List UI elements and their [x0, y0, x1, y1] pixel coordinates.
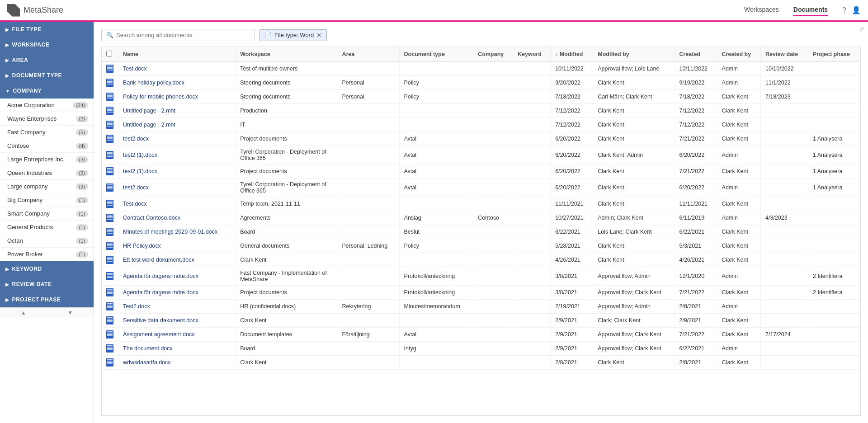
table-row[interactable]: Agenda för dagens möte.docx Fast Company…: [102, 267, 860, 286]
row-name[interactable]: Bank holiday policy.docx: [118, 76, 236, 90]
sidebar-item-company[interactable]: Power Broker(1): [0, 248, 94, 261]
doc-name-link[interactable]: Policy for mobile phones.docx: [123, 94, 231, 100]
table-row[interactable]: Test.docx Test of multiple owners 10/11/…: [102, 62, 860, 76]
row-name[interactable]: test2 (1).docx: [118, 146, 236, 164]
table-row[interactable]: Policy for mobile phones.docx Steering d…: [102, 90, 860, 104]
expand-icon[interactable]: ⇗: [859, 25, 864, 33]
row-name[interactable]: Sensitive data dakument.docx: [118, 314, 236, 328]
col-header-review-date[interactable]: Review date: [760, 47, 808, 62]
row-name[interactable]: HR Policy.docx: [118, 239, 236, 253]
sidebar-item-company[interactable]: General Products(1): [0, 221, 94, 234]
table-row[interactable]: Ett test word dokument.docx Clark Kent 4…: [102, 253, 860, 267]
doc-name-link[interactable]: Test.docx: [123, 201, 231, 207]
doc-name-link[interactable]: The document.docx: [123, 345, 231, 352]
sidebar-scroll-up[interactable]: ▲: [0, 308, 47, 318]
doc-name-link[interactable]: Contract Contoso.docx: [123, 215, 231, 221]
help-icon[interactable]: ?: [842, 6, 846, 14]
table-row[interactable]: Test2.docx HR (confidential docs) Rekryt…: [102, 300, 860, 314]
col-header-company[interactable]: Company: [473, 47, 513, 62]
doc-name-link[interactable]: test2 (1).docx: [123, 152, 231, 158]
sidebar-item-company[interactable]: Large Entreprices Inc.(3): [0, 153, 94, 166]
sidebar-item-company[interactable]: Smart Company(1): [0, 207, 94, 221]
sidebar-section-company[interactable]: ▼ COMPANY: [0, 83, 94, 99]
col-header-name[interactable]: Name: [118, 47, 236, 62]
col-header-modified-by[interactable]: Modified by: [593, 47, 675, 62]
sidebar-item-company[interactable]: Octan(1): [0, 234, 94, 248]
table-row[interactable]: test2.docx Tyrell Corporation - Deployme…: [102, 179, 860, 197]
sidebar-section-workspace[interactable]: ▶ WORKSPACE: [0, 37, 94, 52]
doc-name-link[interactable]: Minutes of meetings 2020-09-01.docx: [123, 229, 231, 235]
table-row[interactable]: Test.docx Temp team, 2021-11-11 11/11/20…: [102, 197, 860, 211]
table-row[interactable]: Contract Contoso.docx Agreements Anslag …: [102, 211, 860, 225]
nav-workspaces[interactable]: Workspaces: [744, 4, 779, 16]
filter-close-button[interactable]: ✕: [316, 32, 322, 39]
doc-name-link[interactable]: Test2.docx: [123, 303, 231, 310]
table-row[interactable]: HR Policy.docx General documents Persona…: [102, 239, 860, 253]
doc-name-link[interactable]: Untitled page - 2.mht: [123, 122, 231, 128]
sidebar-item-company[interactable]: Wayne Enterprises(7): [0, 112, 94, 126]
col-header-doc-type[interactable]: Document type: [399, 47, 473, 62]
sidebar-item-company[interactable]: Queen Industries(2): [0, 166, 94, 180]
row-name[interactable]: Test.docx: [118, 62, 236, 76]
sidebar-section-keyword[interactable]: ▶ KEYWORD: [0, 261, 94, 277]
row-name[interactable]: Untitled page - 2.mht: [118, 104, 236, 118]
col-header-keyword[interactable]: Keyword: [513, 47, 551, 62]
doc-name-link[interactable]: Assignment agreement.docx: [123, 331, 231, 338]
table-row[interactable]: test2.docx Project documents Avtal 6/20/…: [102, 132, 860, 146]
sidebar-scroll-down[interactable]: ▼: [47, 308, 94, 318]
doc-name-link[interactable]: test2.docx: [123, 184, 231, 191]
row-name[interactable]: Test2.docx: [118, 300, 236, 314]
sidebar-item-company[interactable]: Large company(2): [0, 180, 94, 193]
doc-name-link[interactable]: test2 (1).docx: [123, 168, 231, 174]
col-header-created-by[interactable]: Created by: [717, 47, 760, 62]
sidebar-item-company[interactable]: Acme Corporation(24): [0, 99, 94, 112]
row-name[interactable]: Test.docx: [118, 197, 236, 211]
doc-name-link[interactable]: Test.docx: [123, 66, 231, 72]
nav-documents[interactable]: Documents: [793, 4, 828, 16]
row-name[interactable]: Ett test word dokument.docx: [118, 253, 236, 267]
doc-name-link[interactable]: test2.docx: [123, 136, 231, 142]
row-name[interactable]: Contract Contoso.docx: [118, 211, 236, 225]
col-header-area[interactable]: Area: [337, 47, 399, 62]
doc-name-link[interactable]: Agenda för dagens möte.docx: [123, 273, 231, 279]
sidebar-item-company[interactable]: Contoso(4): [0, 139, 94, 153]
row-name[interactable]: wdwsdasadfa.docx: [118, 356, 236, 370]
sidebar-item-company[interactable]: Fast Company(5): [0, 126, 94, 139]
sidebar-section-file-type[interactable]: ▶ FILE TYPE: [0, 22, 94, 37]
row-name[interactable]: test2.docx: [118, 132, 236, 146]
row-name[interactable]: Minutes of meetings 2020-09-01.docx: [118, 225, 236, 239]
table-row[interactable]: The document.docx Board Intyg 2/9/2021 A…: [102, 342, 860, 356]
user-icon[interactable]: 👤: [852, 6, 861, 14]
table-row[interactable]: Assignment agreement.docx Document templ…: [102, 328, 860, 342]
sidebar-item-company[interactable]: Big Company(1): [0, 193, 94, 207]
row-name[interactable]: Policy for mobile phones.docx: [118, 90, 236, 104]
row-name[interactable]: Assignment agreement.docx: [118, 328, 236, 342]
col-header-project-phase[interactable]: Project phase: [808, 47, 860, 62]
row-name[interactable]: Agenda för dagens möte.docx: [118, 267, 236, 286]
table-row[interactable]: test2 (1).docx Tyrell Corporation - Depl…: [102, 146, 860, 164]
table-row[interactable]: Untitled page - 2.mht Production 7/12/20…: [102, 104, 860, 118]
table-row[interactable]: Agenda för dagens möte.docx Project docu…: [102, 286, 860, 300]
table-row[interactable]: test2 (1).docx Project documents Avtal 6…: [102, 164, 860, 179]
col-checkbox[interactable]: [102, 47, 118, 62]
col-header-workspace[interactable]: Workspace: [236, 47, 337, 62]
table-row[interactable]: Untitled page - 2.mht IT 7/12/2022 Clark…: [102, 118, 860, 132]
logo-area[interactable]: MetaShare: [7, 4, 63, 17]
col-header-modified[interactable]: ↓ Modified: [551, 47, 593, 62]
doc-name-link[interactable]: HR Policy.docx: [123, 243, 231, 249]
doc-name-link[interactable]: Untitled page - 2.mht: [123, 108, 231, 114]
sidebar-section-document-type[interactable]: ▶ DOCUMENT TYPE: [0, 68, 94, 83]
row-name[interactable]: test2.docx: [118, 179, 236, 197]
table-row[interactable]: Minutes of meetings 2020-09-01.docx Boar…: [102, 225, 860, 239]
table-row[interactable]: Bank holiday policy.docx Steering docume…: [102, 76, 860, 90]
doc-name-link[interactable]: Bank holiday policy.docx: [123, 80, 231, 86]
row-name[interactable]: test2 (1).docx: [118, 164, 236, 179]
table-row[interactable]: Sensitive data dakument.docx Clark Kent …: [102, 314, 860, 328]
row-name[interactable]: The document.docx: [118, 342, 236, 356]
doc-name-link[interactable]: wdwsdasadfa.docx: [123, 359, 231, 366]
select-all-checkbox[interactable]: [106, 51, 112, 56]
doc-name-link[interactable]: Sensitive data dakument.docx: [123, 317, 231, 324]
doc-name-link[interactable]: Ett test word dokument.docx: [123, 257, 231, 263]
table-row[interactable]: wdwsdasadfa.docx Clark Kent 2/8/2021 Cla…: [102, 356, 860, 370]
col-header-created[interactable]: Created: [675, 47, 717, 62]
